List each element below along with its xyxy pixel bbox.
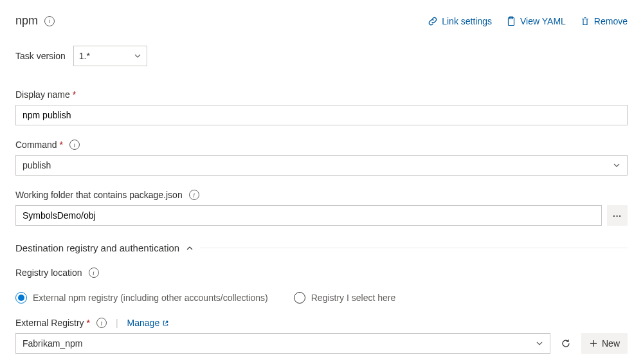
- destination-section-header[interactable]: Destination registry and authentication: [15, 242, 628, 253]
- task-version-row: Task version 1.*: [15, 46, 628, 66]
- title-group: npm i: [15, 14, 55, 28]
- manage-link[interactable]: Manage: [127, 318, 170, 328]
- working-folder-input[interactable]: [15, 205, 602, 226]
- task-version-label: Task version: [15, 51, 66, 61]
- refresh-button[interactable]: [556, 333, 576, 354]
- radio-select-here-label: Registry I select here: [311, 293, 396, 303]
- remove-button[interactable]: Remove: [580, 16, 628, 26]
- chevron-up-icon: [186, 244, 194, 252]
- link-icon: [428, 16, 438, 26]
- radio-dot: [18, 295, 24, 301]
- working-folder-field: Working folder that contains package.jso…: [15, 190, 628, 226]
- browse-button[interactable]: ···: [607, 205, 628, 226]
- link-settings-button[interactable]: Link settings: [428, 16, 492, 26]
- registry-location-options: External npm registry (including other a…: [15, 292, 628, 304]
- new-button-label: New: [602, 338, 620, 349]
- radio-circle-selected: [15, 292, 27, 304]
- working-folder-info-icon[interactable]: i: [189, 190, 199, 200]
- external-registry-label: External Registry *: [15, 318, 90, 328]
- view-yaml-label: View YAML: [520, 16, 566, 26]
- registry-location-field: Registry location i: [15, 268, 628, 278]
- task-version-select[interactable]: 1.*: [73, 46, 147, 66]
- command-info-icon[interactable]: i: [69, 140, 80, 150]
- task-version-value: 1.*: [79, 51, 90, 61]
- display-name-label: Display name *: [15, 89, 76, 100]
- chevron-down-icon: [536, 340, 543, 347]
- command-value: publish: [23, 160, 51, 170]
- chevron-down-icon: [613, 161, 620, 169]
- chevron-down-icon: [134, 52, 141, 60]
- display-name-field: Display name *: [15, 89, 628, 125]
- command-label: Command *: [15, 140, 63, 150]
- external-link-icon: [162, 320, 169, 327]
- command-field: Command * i publish: [15, 140, 628, 176]
- registry-location-info-icon[interactable]: i: [89, 268, 99, 278]
- external-registry-select[interactable]: Fabrikam_npm: [15, 333, 550, 354]
- destination-section-title: Destination registry and authentication: [15, 242, 179, 253]
- display-name-input[interactable]: [15, 105, 628, 125]
- radio-external-npm[interactable]: External npm registry (including other a…: [15, 292, 268, 304]
- clipboard-icon: [506, 16, 516, 26]
- divider: |: [116, 318, 118, 328]
- external-registry-info-icon[interactable]: i: [96, 318, 107, 328]
- new-button[interactable]: New: [581, 333, 628, 354]
- command-select[interactable]: publish: [15, 155, 628, 176]
- section-divider: [200, 248, 628, 248]
- view-yaml-button[interactable]: View YAML: [506, 16, 566, 26]
- radio-circle: [294, 292, 305, 304]
- radio-select-here[interactable]: Registry I select here: [294, 292, 396, 304]
- title-info-icon[interactable]: i: [44, 16, 55, 26]
- external-registry-value: Fabrikam_npm: [23, 338, 82, 349]
- manage-label: Manage: [127, 318, 160, 328]
- remove-label: Remove: [594, 16, 628, 26]
- radio-external-label: External npm registry (including other a…: [33, 293, 268, 303]
- link-settings-label: Link settings: [442, 16, 492, 26]
- registry-location-label: Registry location: [15, 268, 82, 278]
- working-folder-label: Working folder that contains package.jso…: [15, 190, 183, 200]
- plus-icon: [589, 339, 598, 348]
- task-header: npm i Link settings View YAML: [15, 14, 628, 28]
- header-actions: Link settings View YAML Remove: [428, 16, 628, 26]
- trash-icon: [580, 16, 590, 26]
- external-registry-field: External Registry * i | Manage Fabrikam_…: [15, 318, 628, 354]
- task-title: npm: [15, 14, 38, 28]
- refresh-icon: [561, 338, 571, 349]
